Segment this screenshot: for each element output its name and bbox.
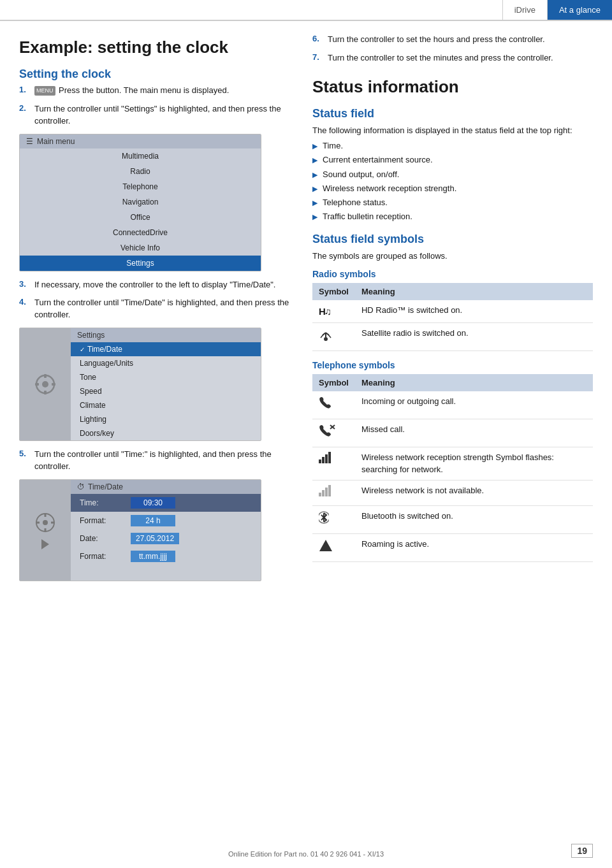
tel-meaning-5: Bluetooth is switched on. (355, 505, 593, 533)
step-7: 7. Turn the controller to set the minute… (312, 52, 593, 64)
timedate-title-bar: ⏱ Time/Date (71, 480, 261, 494)
bullet-arrow-icon: ▶ (312, 141, 317, 151)
status-field-symbols-heading: Status field symbols (312, 233, 593, 246)
timedate-date-label: Date: (80, 534, 124, 543)
header: iDrive At a glance (0, 0, 612, 20)
timedate-left-panel (20, 480, 71, 581)
radio-symbols-table: Symbol Meaning H♫ HD Radio™ is switched … (312, 283, 593, 351)
table-row: H♫ HD Radio™ is switched on. (312, 300, 593, 323)
menu-item-telephone: Telephone (20, 179, 261, 194)
radio-table-col1: Symbol (312, 283, 355, 300)
checkmark-icon: ✓ (80, 346, 85, 353)
timedate-row-date: Date: 27.05.2012 (71, 530, 261, 547)
tel-meaning-4: Wireless network is not available. (355, 480, 593, 505)
bullet-wireless: ▶Wireless network reception strength. (312, 183, 593, 194)
telephone-symbols-heading: Telephone symbols (312, 360, 593, 370)
step-6-num: 6. (312, 34, 323, 46)
timedate-format2-value: tt.mm.jjjj (131, 551, 175, 562)
step-1-text: MENU Press the button. The main menu is … (34, 85, 229, 97)
menu-item-vehicleinfo: Vehicle Info (20, 240, 261, 256)
menu-item-multimedia: Multimedia (20, 148, 261, 164)
settings-item-tone: Tone (71, 370, 261, 384)
tel-symbol-6 (312, 534, 355, 562)
timedate-right-panel: ⏱ Time/Date Time: 09:30 Format: 24 h Dat… (71, 480, 261, 581)
radio-symbols-heading: Radio symbols (312, 269, 593, 279)
menu-item-navigation: Navigation (20, 194, 261, 210)
svg-point-12 (324, 337, 328, 341)
tel-meaning-6: Roaming is active. (355, 534, 593, 562)
step-4: 4. Turn the controller until "Time/Date"… (19, 297, 293, 321)
timedate-row-format1: Format: 24 h (71, 512, 261, 530)
tel-meaning-2: Missed call. (355, 419, 593, 447)
status-field-heading: Status field (312, 107, 593, 120)
timedate-row-format2: Format: tt.mm.jjjj (71, 547, 261, 565)
table-row: Wireless network reception strength Symb… (312, 447, 593, 480)
menu-icon-symbol: ☰ (26, 137, 33, 146)
bullet-telephone-text: Telephone status. (323, 197, 388, 208)
main-menu-items: Multimedia Radio Telephone Navigation Of… (20, 148, 261, 271)
table-row: Missed call. (312, 419, 593, 447)
svg-rect-8 (45, 514, 47, 517)
settings-item-timedate: ✓ Time/Date (71, 342, 261, 356)
footer-text: Online Edition for Part no. 01 40 2 926 … (228, 850, 384, 858)
menu-item-connecteddrive: ConnectedDrive (20, 225, 261, 240)
svg-rect-27 (328, 485, 331, 496)
radio-symbol-1: H♫ (312, 300, 355, 323)
main-menu-label: Main menu (37, 137, 75, 146)
bullet-traffic-text: Traffic bulletin reception. (323, 211, 412, 222)
telephone-symbols-table: Symbol Meaning Incoming or outgoing call… (312, 374, 593, 562)
table-row: Roaming is active. (312, 534, 593, 562)
step-4-num: 4. (19, 297, 29, 321)
settings-item-climate: Climate (71, 398, 261, 412)
bullet-entertainment-text: Current entertainment source. (323, 154, 433, 166)
step-2: 2. Turn the controller until "Settings" … (19, 103, 293, 127)
settings-item-doorskey: Doors/key (71, 426, 261, 440)
main-menu-title-bar: ☰ Main menu (20, 134, 261, 148)
step-1-num: 1. (19, 85, 29, 97)
svg-rect-21 (322, 457, 324, 463)
bullet-arrow-icon: ▶ (312, 184, 317, 194)
svg-point-1 (42, 381, 48, 387)
timedate-date-value: 27.05.2012 (131, 533, 179, 544)
timedate-screenshot: ⏱ Time/Date Time: 09:30 Format: 24 h Dat… (19, 479, 261, 581)
bullet-arrow-icon: ▶ (312, 212, 317, 222)
bullet-arrow-icon: ▶ (312, 170, 317, 180)
page-number: 19 (571, 844, 593, 858)
svg-line-17 (328, 334, 331, 338)
bullet-telephone: ▶Telephone status. (312, 197, 593, 208)
timedate-format1-label: Format: (80, 516, 124, 525)
step-1: 1. MENU Press the button. The main menu … (19, 85, 293, 97)
radio-meaning-1: HD Radio™ is switched on. (355, 300, 593, 323)
radio-meaning-2: Satellite radio is switched on. (355, 322, 593, 351)
svg-rect-25 (322, 490, 324, 496)
right-column: 6. Turn the controller to set the hours … (312, 34, 593, 589)
status-bullets: ▶Time. ▶Current entertainment source. ▶S… (312, 140, 593, 222)
svg-rect-22 (325, 454, 328, 463)
settings-right-panel: Settings ✓ Time/Date Language/Units Tone… (71, 328, 261, 440)
menu-item-office: Office (20, 210, 261, 225)
table-row: Bluetooth is switched on. (312, 505, 593, 533)
table-row: Wireless network is not available. (312, 480, 593, 505)
timedate-format2-label: Format: (80, 552, 124, 561)
timedate-format1-value: 24 h (131, 515, 175, 526)
menu-item-settings: Settings (20, 256, 261, 271)
tab-idrive[interactable]: iDrive (502, 0, 547, 20)
bullet-traffic: ▶Traffic bulletin reception. (312, 211, 593, 222)
svg-rect-3 (44, 391, 47, 394)
tel-symbol-3 (312, 447, 355, 480)
tab-ataglance[interactable]: At a glance (547, 0, 612, 20)
tel-symbol-1 (312, 391, 355, 419)
bullet-sound-text: Sound output, on/off. (323, 169, 399, 180)
menu-item-radio: Radio (20, 164, 261, 179)
main-menu-screenshot: ☰ Main menu Multimedia Radio Telephone N… (19, 134, 261, 271)
timedate-time-value: 09:30 (131, 497, 175, 509)
step-6: 6. Turn the controller to set the hours … (312, 34, 593, 46)
svg-rect-2 (44, 374, 47, 378)
settings-title-bar: Settings (71, 328, 261, 342)
table-row: Incoming or outgoing call. (312, 391, 593, 419)
header-tabs: iDrive At a glance (502, 0, 612, 20)
status-field-body: The following information is displayed i… (312, 124, 593, 137)
bullet-wireless-text: Wireless network reception strength. (323, 183, 456, 194)
tel-table-col2: Meaning (355, 374, 593, 391)
step-2-num: 2. (19, 103, 29, 127)
